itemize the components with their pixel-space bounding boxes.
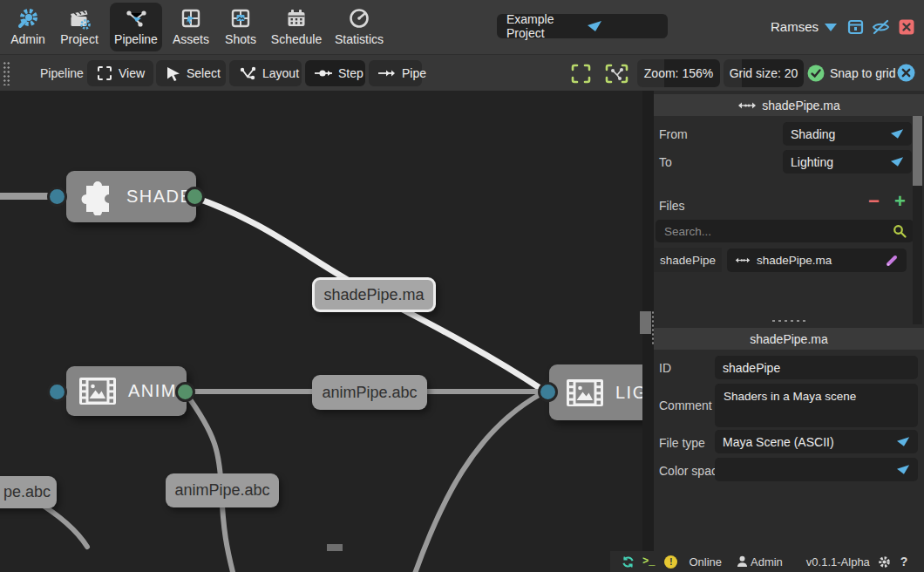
file-panel-header[interactable]: shadePipe.ma: [654, 328, 924, 350]
from-label: From: [659, 127, 688, 141]
shade-input-port[interactable]: [47, 187, 67, 207]
anim-input-port[interactable]: [47, 382, 67, 402]
file-row-id-cell[interactable]: shadePipe: [654, 248, 722, 272]
tab-label: Assets: [173, 32, 209, 46]
clapperboard-icon: [68, 4, 92, 32]
shots-grid-icon: [229, 4, 252, 32]
light-input-port[interactable]: [538, 382, 558, 402]
file-type-value: Maya Scene (ASCII): [723, 435, 834, 449]
shade-output-port[interactable]: [185, 187, 205, 207]
pipe-glyph-icon: [737, 101, 757, 110]
plugins-gear-icon[interactable]: [878, 555, 891, 569]
pipe-label-shadepipe[interactable]: shadePipe.ma: [312, 277, 436, 312]
tab-label: Shots: [225, 32, 256, 46]
remove-file-button[interactable]: −: [868, 190, 880, 213]
toolbar-drag-handle[interactable]: [3, 61, 10, 85]
layout-label: Layout: [262, 66, 299, 80]
tab-statistics[interactable]: Statistics: [330, 3, 389, 51]
to-dropdown[interactable]: Lighting: [783, 150, 912, 174]
shader-puzzle-icon: [79, 179, 114, 215]
pipe-arrow-icon: [378, 68, 396, 78]
select-label: Select: [187, 66, 221, 80]
snap-checkbox[interactable]: [807, 65, 825, 82]
node-anim[interactable]: ANIM: [66, 366, 187, 416]
step-tool-button[interactable]: Step: [305, 60, 365, 86]
canvas-horizontal-scrollbar[interactable]: [327, 544, 343, 551]
help-button[interactable]: ?: [900, 555, 908, 569]
refresh-icon[interactable]: [622, 555, 635, 569]
pipe-glyph-icon: [735, 256, 751, 264]
current-user[interactable]: Admin: [737, 555, 783, 569]
user-icon: [737, 555, 748, 568]
user-dropdown-icon[interactable]: [824, 23, 838, 32]
from-dropdown[interactable]: Shading: [783, 122, 912, 146]
user-menu-label[interactable]: Ramses: [771, 19, 819, 34]
current-user-name: Admin: [751, 555, 783, 569]
anim-output-port[interactable]: [175, 382, 195, 402]
file-row-name-field[interactable]: shadePipe.ma: [727, 249, 907, 272]
zoom-spinbox[interactable]: Zoom: 156%: [637, 59, 720, 87]
main-toolbar: Admin Project: [0, 0, 924, 54]
file-search-input[interactable]: [662, 224, 893, 239]
tab-assets[interactable]: Assets: [167, 3, 214, 51]
id-label: ID: [659, 361, 671, 375]
tab-admin[interactable]: Admin: [5, 3, 51, 51]
file-type-dropdown[interactable]: Maya Scene (ASCII): [715, 430, 918, 453]
close-editor-icon[interactable]: [897, 64, 915, 82]
edit-pencil-icon[interactable]: [885, 254, 899, 268]
gauge-icon: [348, 4, 370, 32]
pipe-label-clipped[interactable]: pe.abc: [0, 476, 57, 508]
view-tool-button[interactable]: View: [87, 60, 153, 86]
tab-shots[interactable]: Shots: [218, 3, 263, 51]
panel-splitter-handle[interactable]: [640, 311, 651, 334]
online-status: Online: [689, 555, 722, 569]
tab-label: Project: [60, 32, 99, 46]
pipe-label-text: animPipe.abc: [174, 481, 269, 500]
color-space-dropdown[interactable]: [715, 458, 918, 481]
pipe-label-text: shadePipe.ma: [323, 286, 424, 304]
pipe-label-animpipe-2[interactable]: animPipe.abc: [166, 473, 279, 507]
frame-all-icon[interactable]: [571, 64, 591, 84]
node-title: LIGHT: [615, 383, 642, 403]
frame-selected-icon[interactable]: [605, 63, 628, 85]
film-strip-icon: [567, 379, 603, 406]
tray-window-icon[interactable]: [847, 19, 864, 35]
tab-label: Admin: [10, 32, 45, 46]
file-row-name: shadePipe.ma: [757, 254, 832, 267]
project-selector[interactable]: Example Project: [497, 14, 668, 38]
file-panel-title-text: shadePipe.ma: [750, 332, 828, 346]
node-graph-canvas[interactable]: shadePipe.ma animPipe.abc animPipe.abc p…: [0, 91, 642, 572]
pipe-edges: [0, 91, 642, 572]
tab-schedule[interactable]: Schedule: [267, 3, 326, 51]
id-field[interactable]: shadePipe: [715, 356, 918, 379]
console-icon[interactable]: >_: [642, 555, 655, 568]
pipe-panel-header[interactable]: shadePipe.ma: [654, 94, 924, 116]
panel-scrollbar-thumb[interactable]: [913, 116, 922, 186]
add-file-button[interactable]: +: [894, 190, 906, 213]
node-title: SHADE: [126, 187, 193, 207]
pipe-tool-button[interactable]: Pipe: [369, 60, 422, 86]
to-label: To: [659, 155, 672, 169]
node-shade[interactable]: SHADE: [66, 171, 196, 222]
version-label: v0.1.1-Alpha: [806, 555, 870, 569]
pipe-label-text: pe.abc: [3, 483, 51, 501]
file-search[interactable]: [656, 220, 914, 242]
warning-icon[interactable]: !: [664, 555, 677, 569]
tab-project[interactable]: Project: [54, 3, 105, 51]
eye-slash-icon[interactable]: [872, 19, 890, 35]
pipe-label-animpipe[interactable]: animPipe.abc: [312, 375, 427, 410]
select-tool-button[interactable]: Select: [156, 60, 226, 86]
tab-pipeline[interactable]: Pipeline: [110, 3, 162, 51]
node-light[interactable]: LIGHT: [549, 364, 642, 420]
panel-resize-grip[interactable]: [771, 318, 807, 323]
comment-label: Comment: [659, 398, 712, 412]
tab-label: Statistics: [335, 32, 384, 46]
from-value: Shading: [791, 127, 835, 141]
comment-field[interactable]: Shaders in a Maya scene: [715, 384, 918, 427]
layout-tool-button[interactable]: Layout: [229, 60, 302, 86]
select-cursor-icon: [166, 65, 180, 81]
grid-size-spinbox[interactable]: Grid size: 20: [724, 59, 804, 87]
app-window: Admin Project: [0, 0, 924, 572]
quit-close-icon[interactable]: [899, 19, 914, 35]
tab-label: Pipeline: [114, 32, 158, 46]
